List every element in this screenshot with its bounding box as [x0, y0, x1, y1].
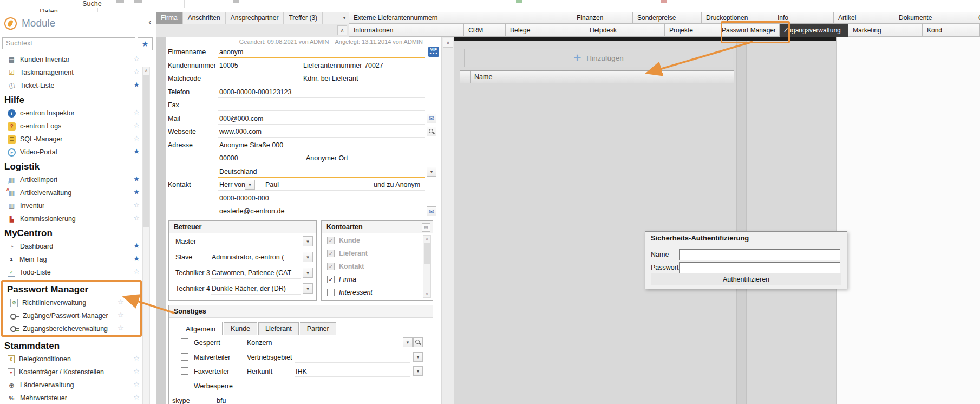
- sidebar-item[interactable]: Richtlinienverwaltung ☆: [3, 296, 140, 309]
- favorite-star-icon[interactable]: ★: [133, 175, 140, 183]
- open-website-button[interactable]: [427, 127, 436, 136]
- detail-tab[interactable]: Helpdesk: [585, 24, 665, 37]
- sonstiges-tab[interactable]: Kunde: [224, 322, 257, 335]
- firmenname-value[interactable]: anonym: [219, 48, 243, 56]
- kontoart-checkbox[interactable]: [327, 276, 335, 283]
- mailverteiler-checkbox[interactable]: [181, 353, 188, 361]
- favorite-star-icon[interactable]: ★: [133, 188, 140, 196]
- panel-divider-scrollbar[interactable]: [736, 41, 747, 404]
- favorite-star-icon[interactable]: ☆: [133, 214, 140, 221]
- sidebar-item[interactable]: Dashboard ★: [0, 240, 156, 253]
- scroll-up-icon[interactable]: ∧: [143, 67, 149, 74]
- webseite-value[interactable]: www.000.com: [219, 128, 262, 135]
- form-scrollbar[interactable]: ∧: [441, 37, 454, 404]
- favorite-star-icon[interactable]: ☆: [133, 381, 140, 388]
- vorname-value[interactable]: Paul: [265, 181, 279, 188]
- favorite-star-icon[interactable]: ☆: [117, 311, 124, 318]
- sidebar-item[interactable]: Länderverwaltung ☆: [0, 379, 156, 392]
- fax-input[interactable]: [218, 110, 425, 111]
- scrollbar-thumb[interactable]: [143, 75, 149, 227]
- konzern-search-button[interactable]: [413, 337, 423, 347]
- detail-tab[interactable]: Projekte: [665, 24, 717, 37]
- detail-tab[interactable]: Dokumente: [894, 12, 974, 24]
- kontoart-checkbox[interactable]: [327, 289, 335, 296]
- scrollbar-thumb[interactable]: [424, 243, 430, 264]
- kontoarten-scrollbar[interactable]: ∧ ∨: [423, 235, 431, 298]
- module-search-input[interactable]: [2, 37, 135, 49]
- betreuer-dropdown-icon[interactable]: ▾: [303, 283, 313, 294]
- betreuer-dropdown-icon[interactable]: ▾: [303, 268, 313, 278]
- panel-splitter[interactable]: [156, 37, 167, 404]
- favorite-star-icon[interactable]: ☆: [133, 135, 140, 142]
- skype-value[interactable]: bfu: [217, 397, 226, 404]
- herkunft-value[interactable]: IHK: [296, 368, 307, 375]
- send-mail-button[interactable]: ✉: [427, 206, 436, 216]
- faxverteiler-checkbox[interactable]: [181, 367, 188, 375]
- namenszusatz-value[interactable]: und zu Anonym: [374, 181, 420, 188]
- scroll-up-icon[interactable]: ∧: [443, 38, 453, 48]
- detail-tab[interactable]: Opc: [974, 12, 980, 24]
- detail-tab[interactable]: Info: [773, 12, 834, 24]
- kundennummer-value[interactable]: 10005: [219, 62, 238, 69]
- favorite-star-icon[interactable]: ☆: [133, 268, 140, 275]
- anrede-dropdown-icon[interactable]: ▾: [245, 180, 255, 190]
- sidebar-item[interactable]: Kostenträger / Kostenstellen ☆: [0, 366, 156, 379]
- scroll-down-icon[interactable]: ∨: [423, 291, 430, 297]
- favorite-star-icon[interactable]: ★: [133, 255, 140, 262]
- telefon-value[interactable]: 0000-00000-000123123: [219, 88, 291, 96]
- kontoart-checkbox[interactable]: [327, 263, 335, 270]
- betreuer-value[interactable]: Catwomen, Patience (CAT: [212, 269, 300, 277]
- favorite-star-icon[interactable]: ☆: [133, 201, 140, 208]
- strasse-value[interactable]: Anonyme Straße 000: [219, 141, 283, 149]
- name-column-header[interactable]: Name: [471, 71, 734, 83]
- favorite-star-icon[interactable]: ☆: [133, 68, 140, 75]
- konzern-dropdown-icon[interactable]: ▾: [403, 337, 413, 347]
- detail-tab[interactable]: Belege: [506, 24, 585, 37]
- sidebar-item[interactable]: Zugänge/Passwort-Manager ☆: [3, 309, 140, 322]
- add-access-button[interactable]: + Hinzufügen: [464, 49, 733, 67]
- betreuer-dropdown-icon[interactable]: ▾: [303, 252, 313, 262]
- sidebar-item[interactable]: Zugangsbereicheverwaltung ☆: [3, 322, 140, 335]
- gesperrt-checkbox[interactable]: [181, 338, 188, 346]
- plz-value[interactable]: 00000: [219, 154, 238, 162]
- herkunft-dropdown-icon[interactable]: ▾: [413, 366, 423, 376]
- sidebar-item[interactable]: SQL-Manager ☆: [0, 133, 156, 146]
- sidebar-item[interactable]: Video-Portal ★: [0, 146, 156, 159]
- record-tab[interactable]: Firma: [156, 12, 183, 24]
- favorite-star-icon[interactable]: ☆: [133, 55, 140, 62]
- sidebar-item[interactable]: Inventur ☆: [0, 199, 156, 212]
- favorite-star-icon[interactable]: ★: [133, 148, 140, 155]
- detail-tab[interactable]: Zugangsverwaltung: [780, 24, 848, 37]
- tab-overflow-dropdown-icon[interactable]: ▾: [339, 12, 349, 24]
- detail-tab[interactable]: Druckoptionen: [702, 12, 773, 24]
- kontoart-checkbox[interactable]: [327, 237, 335, 244]
- betreuer-value[interactable]: Dunkle Rächer, der (DR): [212, 285, 300, 292]
- favorite-star-icon[interactable]: ★: [133, 81, 140, 88]
- favorite-star-icon[interactable]: ☆: [133, 355, 140, 362]
- kontakt-mail-value[interactable]: oesterle@c-entron.de: [219, 207, 284, 215]
- favorite-star-icon[interactable]: ★: [133, 242, 140, 249]
- record-tab[interactable]: Treffer (3): [284, 12, 323, 24]
- sidebar-item[interactable]: Taskmanagement ☆: [0, 66, 156, 79]
- konzern-input[interactable]: [295, 348, 410, 348]
- sidebar-item[interactable]: Todo-Liste ☆: [0, 266, 156, 279]
- kontakt-telefon-value[interactable]: 0000-00000-000: [219, 194, 269, 202]
- detail-tab[interactable]: Sonderpreise: [633, 12, 702, 24]
- detail-tab[interactable]: Externe Lieferantennummern: [349, 12, 572, 24]
- favorites-filter-button[interactable]: ★: [138, 37, 153, 50]
- detail-tab[interactable]: Artikel: [834, 12, 894, 24]
- sonstiges-tab[interactable]: Allgemein: [179, 322, 223, 335]
- sidebar-item[interactable]: Belegkonditionen ☆: [0, 353, 156, 366]
- werbesperre-checkbox[interactable]: [181, 382, 188, 389]
- detail-tab[interactable]: Informationen: [349, 24, 464, 37]
- authenticate-button[interactable]: Authentifizieren: [651, 273, 841, 285]
- vertriebsgebiet-dropdown-icon[interactable]: ▾: [413, 352, 423, 362]
- sonstiges-tab[interactable]: Partner: [300, 322, 336, 335]
- favorite-star-icon[interactable]: ☆: [133, 109, 140, 116]
- lieferantennummer-value[interactable]: 70027: [364, 62, 383, 69]
- kdnr-input[interactable]: [363, 84, 425, 84]
- sidebar-item[interactable]: Ticket-Liste ★: [0, 79, 156, 92]
- detail-tab[interactable]: Passwort Manager: [717, 24, 780, 37]
- sidebar-item[interactable]: Mein Tag ★: [0, 253, 156, 266]
- ort-value[interactable]: Anonymer Ort: [306, 154, 348, 162]
